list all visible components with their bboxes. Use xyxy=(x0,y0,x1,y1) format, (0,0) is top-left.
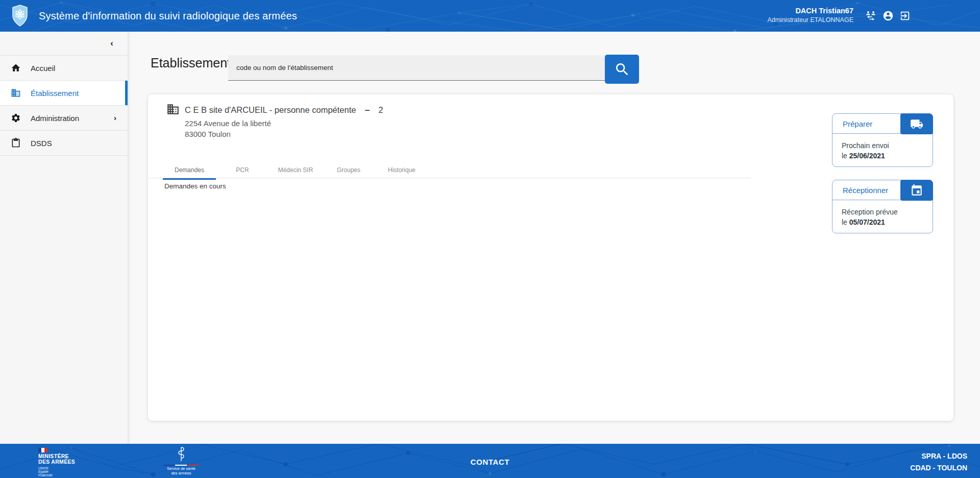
date-prefix: le xyxy=(842,152,849,160)
calendar-icon xyxy=(910,184,923,197)
ministere-des-armees-logo: MINISTÈRE DES ARMÉES Liberté Égalité Fra… xyxy=(38,448,75,477)
prepare-info: Prochain envoi le 25/06/2021 xyxy=(832,134,933,161)
app-shield-atom-logo-icon xyxy=(11,5,29,27)
user-name: DACH Tristian67 xyxy=(767,6,853,16)
establishment-address: 2254 Avenue de la liberté 83000 Toulon xyxy=(185,118,271,139)
caduceus-icon xyxy=(178,447,185,462)
prepare-info-line2: le 25/06/2021 xyxy=(842,151,923,161)
prepare-button-label: Préparer xyxy=(843,114,872,134)
page-title: Etablissement xyxy=(151,56,231,70)
prepare-panel: Préparer Prochain envoi le 25/06/2021 xyxy=(832,113,933,167)
establishment-card: C E B site d'ARCUEIL - personne compéten… xyxy=(148,94,953,421)
address-line-2: 83000 Toulon xyxy=(185,129,271,139)
prepare-button[interactable]: Préparer xyxy=(832,114,933,134)
app-title: Système d'information du suivi radiologi… xyxy=(39,0,297,32)
tab-pcr[interactable]: PCR xyxy=(216,162,269,178)
establishment-count: 2 xyxy=(378,105,383,115)
address-line-1: 2254 Avenue de la liberté xyxy=(185,118,271,129)
ministry-name-line2: DES ARMÉES xyxy=(38,459,75,465)
motto-line1: Liberté xyxy=(38,466,75,470)
tab-label: Demandes xyxy=(175,166,204,174)
switch-profile-icon[interactable] xyxy=(865,10,876,21)
tab-medecin-sir[interactable]: Médecin SIR xyxy=(269,162,322,178)
receive-info-line1: Réception prévue xyxy=(842,207,923,217)
tab-demandes[interactable]: Demandes xyxy=(163,162,216,178)
sidebar-item-label: Administration xyxy=(31,114,79,123)
logout-icon[interactable] xyxy=(899,10,911,21)
tab-content-title: Demandes en cours xyxy=(164,182,226,190)
receive-button[interactable]: Réceptionner xyxy=(832,180,933,200)
establishment-name: C E B site d'ARCUEIL - personne compéten… xyxy=(185,105,356,115)
user-role: Administrateur ETALONNAGE xyxy=(767,16,853,24)
sidebar-item-label: DSDS xyxy=(31,139,52,148)
building-icon xyxy=(166,103,180,116)
receive-button-label: Réceptionner xyxy=(843,180,888,200)
search-icon xyxy=(614,61,630,78)
tab-label: Médecin SIR xyxy=(278,166,313,174)
ssa-flag-line xyxy=(163,465,199,466)
active-indicator-bar xyxy=(125,81,128,105)
sidebar-item-etablissement[interactable]: Établissement xyxy=(0,81,128,106)
prepare-date: 25/06/2021 xyxy=(849,152,885,160)
sidebar-item-dsds[interactable]: DSDS xyxy=(0,131,128,156)
footer-right-block: SPRA - LDOS CDAD - TOULON xyxy=(910,450,967,474)
chevron-left-icon: ‹ xyxy=(110,38,113,49)
motto-line2: Égalité xyxy=(38,470,75,473)
contact-link[interactable]: CONTACT xyxy=(471,458,509,466)
tab-label: PCR xyxy=(236,166,249,174)
account-circle-icon[interactable] xyxy=(883,10,894,21)
prepare-truck-button[interactable] xyxy=(900,113,933,134)
clipboard-icon xyxy=(11,138,21,148)
receive-date: 05/07/2021 xyxy=(849,218,885,226)
french-flag-icon xyxy=(38,448,75,452)
footer-right-line1: SPRA - LDOS xyxy=(910,450,967,462)
chevron-right-icon: › xyxy=(114,113,116,122)
sidebar: ‹ Accueil Établissement Administration ›… xyxy=(0,32,128,444)
sidebar-item-accueil[interactable]: Accueil xyxy=(0,56,128,81)
date-prefix: le xyxy=(842,218,849,226)
building-icon xyxy=(11,88,21,98)
prepare-info-line1: Prochain envoi xyxy=(842,140,923,151)
establishment-separator: – xyxy=(364,105,370,115)
footer-right-line2: CDAD - TOULON xyxy=(910,462,967,474)
establishment-title-row: C E B site d'ARCUEIL - personne compéten… xyxy=(185,105,383,115)
app-footer: MINISTÈRE DES ARMÉES Liberté Égalité Fra… xyxy=(0,444,980,478)
service-sante-armees-logo: Service de santé des armées xyxy=(153,447,209,475)
sidebar-item-label: Accueil xyxy=(31,64,55,73)
active-tab-underline xyxy=(163,178,216,180)
tab-label: Historique xyxy=(388,166,415,174)
app-header: Système d'information du suivi radiologi… xyxy=(0,0,980,32)
sidebar-item-administration[interactable]: Administration › xyxy=(0,106,128,131)
receive-calendar-button[interactable] xyxy=(900,180,933,201)
truck-icon xyxy=(910,117,923,131)
receive-panel: Réceptionner Réception prévue le 05/07/2… xyxy=(832,180,933,233)
sidebar-collapse-button[interactable]: ‹ xyxy=(0,32,128,56)
sidebar-item-label: Établissement xyxy=(31,89,79,98)
user-block: DACH Tristian67 Administrateur ETALONNAG… xyxy=(767,6,853,24)
receive-info-line2: le 05/07/2021 xyxy=(842,217,923,227)
search-button[interactable] xyxy=(605,55,639,84)
receive-info: Réception prévue le 05/07/2021 xyxy=(832,200,933,227)
gear-icon xyxy=(11,113,21,123)
home-icon xyxy=(11,63,21,73)
tab-historique[interactable]: Historique xyxy=(375,162,428,178)
tab-groupes[interactable]: Groupes xyxy=(322,162,375,178)
tab-bar: Demandes PCR Médecin SIR Groupes Histori… xyxy=(163,162,428,178)
motto-line3: Fraternité xyxy=(38,473,75,477)
tab-label: Groupes xyxy=(337,166,360,174)
establishment-search-input[interactable] xyxy=(228,55,605,81)
ssa-name-line2: des armées xyxy=(153,471,209,476)
